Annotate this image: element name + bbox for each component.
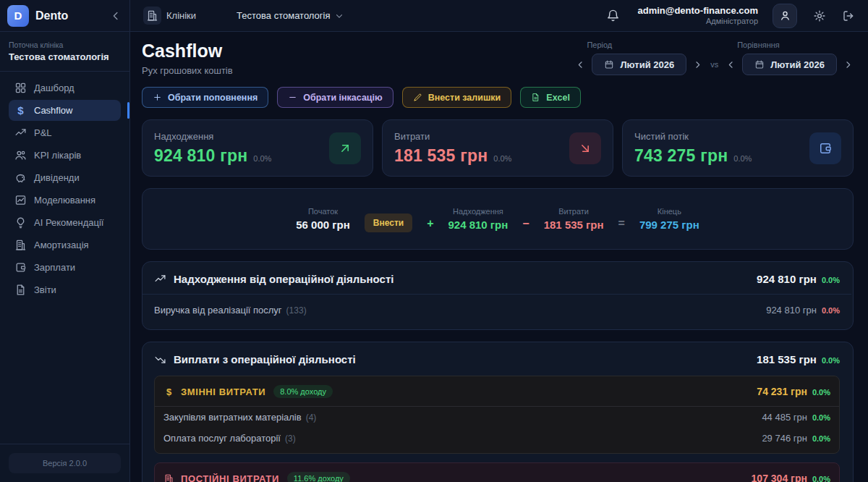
- account-value: 924 810 грн: [766, 305, 817, 316]
- sidebar-item-label: Моделювання: [34, 195, 95, 206]
- chart-icon: [14, 194, 27, 206]
- notifications-button[interactable]: [606, 9, 620, 22]
- main-content: Cashflow Рух грошових коштів Період Люти…: [130, 32, 868, 482]
- account-count: (133): [286, 305, 307, 316]
- sidebar-item-dividends[interactable]: Дивіденди: [9, 167, 121, 188]
- group-title: ЗМІННІ ВИТРАТИ: [181, 386, 265, 397]
- account-value: 44 485 грн: [762, 412, 807, 423]
- settings-button[interactable]: [813, 9, 826, 22]
- sidebar-item-label: KPI лікарів: [34, 150, 81, 161]
- stat-value: 181 535 грн: [394, 146, 488, 166]
- sidebar-item-label: Звіти: [34, 284, 56, 295]
- piggy-bank-icon: [14, 172, 27, 184]
- account-delta: 0.0%: [812, 413, 830, 422]
- lightbulb-icon: [14, 216, 27, 229]
- end-value: 799 275 грн: [639, 219, 699, 231]
- page-subtitle: Рух грошових коштів: [142, 65, 233, 76]
- sidebar-item-reports[interactable]: Звіти: [9, 279, 121, 300]
- group-total: 74 231 грн: [757, 386, 807, 397]
- stat-value: 743 275 грн: [634, 146, 728, 166]
- excel-export-button[interactable]: Excel: [520, 87, 581, 108]
- start-value: 56 000 грн: [296, 219, 350, 231]
- building-icon: [14, 239, 27, 251]
- wallet-icon: [818, 141, 833, 156]
- sidebar-item-cashflow[interactable]: $ Cashflow: [9, 100, 121, 121]
- section-header[interactable]: Виплати з операційної діяльності 181 535…: [154, 351, 840, 367]
- comparison-value: Лютий 2026: [770, 59, 825, 70]
- calendar-icon: [604, 59, 614, 69]
- comparison-next-button[interactable]: [843, 59, 854, 70]
- group-fixed-costs: ПОСТІЙНІ ВИТРАТИ 11.6% доходу 107 304 гр…: [154, 462, 840, 482]
- clinics-label: Клініки: [166, 10, 196, 21]
- sidebar-item-pnl[interactable]: P&L: [9, 122, 121, 143]
- profile-button[interactable]: [773, 4, 797, 28]
- sidebar-item-ai[interactable]: AI Рекомендації: [9, 212, 121, 233]
- group-header[interactable]: $ ЗМІННІ ВИТРАТИ 8.0% доходу 74 231 грн …: [163, 383, 830, 400]
- period-value: Лютий 2026: [620, 59, 674, 70]
- account-row[interactable]: Оплата послуг лабораторії (3) 29 746 грн…: [163, 428, 830, 449]
- enter-balances-label: Внести залишки: [428, 93, 501, 103]
- sidebar-item-kpi[interactable]: KPI лікарів: [9, 145, 121, 166]
- stats-row: Надходження 924 810 грн 0.0% Витрати 181…: [142, 119, 854, 177]
- group-header[interactable]: ПОСТІЙНІ ВИТРАТИ 11.6% доходу 107 304 гр…: [163, 470, 830, 482]
- group-title: ПОСТІЙНІ ВИТРАТИ: [181, 473, 279, 482]
- divider: [0, 444, 129, 444]
- section-header[interactable]: Надходження від операційної діяльності 9…: [154, 271, 840, 287]
- brand-bar: D Dento: [0, 0, 130, 32]
- dollar-icon: $: [14, 104, 27, 117]
- period-label: Період: [575, 41, 703, 49]
- account-count: (3): [285, 434, 296, 444]
- period-prev-button[interactable]: [575, 59, 586, 70]
- stat-card-expenses: Витрати 181 535 грн 0.0%: [382, 119, 613, 177]
- add-income-button[interactable]: Обрати поповнення: [142, 87, 268, 108]
- sidebar-item-amortization[interactable]: Амортизація: [9, 234, 121, 255]
- enter-start-balance-button[interactable]: Внести: [365, 213, 412, 232]
- enter-balances-button[interactable]: Внести залишки: [402, 87, 512, 108]
- period-next-button[interactable]: [692, 59, 703, 70]
- account-delta: 0.0%: [812, 434, 830, 443]
- account-name: Закупівля витратних матеріалів: [163, 412, 302, 423]
- period-picker-button[interactable]: Лютий 2026: [592, 54, 686, 75]
- sidebar-item-dashboard[interactable]: Дашборд: [9, 77, 121, 98]
- minus-operator: −: [522, 208, 529, 230]
- chevron-down-icon: [334, 11, 344, 21]
- comparison-prev-button[interactable]: [726, 59, 736, 70]
- section-operating-income: Надходження від операційної діяльності 9…: [142, 261, 854, 330]
- clinic-selector[interactable]: Тестова стоматологія: [237, 10, 344, 21]
- sidebar-item-label: Cashflow: [34, 105, 72, 116]
- expenses-value: 181 535 грн: [544, 219, 604, 231]
- comparison-picker-button[interactable]: Лютий 2026: [742, 54, 837, 75]
- stat-card-netflow: Чистий потік 743 275 грн 0.0%: [622, 119, 854, 177]
- account-row[interactable]: Виручка від реалізації послуг (133) 924 …: [154, 300, 840, 321]
- section-total: 181 535 грн: [757, 353, 817, 365]
- sidebar-item-label: Дашборд: [34, 83, 75, 93]
- sidebar-item-label: Дивіденди: [34, 172, 80, 183]
- page-title: Cashflow: [142, 41, 233, 62]
- plus-icon: [153, 93, 162, 102]
- sidebar-collapse-button[interactable]: [109, 9, 122, 22]
- sidebar-item-salaries[interactable]: Зарплати: [9, 257, 121, 278]
- income-icon-tile: [329, 132, 361, 164]
- calendar-icon: [754, 59, 765, 69]
- trending-up-icon: [154, 273, 166, 285]
- logout-button[interactable]: [842, 9, 855, 22]
- topbar: Клініки Тестова стоматологія admin@dento…: [130, 0, 868, 32]
- account-row[interactable]: Закупівля витратних матеріалів (4) 44 48…: [163, 407, 830, 428]
- app-name: Dento: [35, 9, 103, 22]
- add-collection-button[interactable]: Обрати інкасацію: [277, 87, 393, 108]
- app-window: D Dento Клініки Тестова стоматологія adm…: [0, 0, 868, 482]
- user-info: admin@dento-finance.com Адміністратор: [637, 5, 758, 27]
- divider: [142, 294, 851, 295]
- trending-down-icon: [154, 353, 166, 365]
- user-icon: [779, 9, 791, 22]
- dollar-icon: $: [163, 386, 174, 397]
- app-logo: D: [7, 5, 29, 27]
- clinics-label-group: Клініки: [143, 7, 196, 25]
- group-total: 107 304 грн: [752, 473, 807, 482]
- sidebar-item-modeling[interactable]: Моделювання: [9, 190, 121, 211]
- users-icon: [14, 149, 27, 161]
- section-delta: 0.0%: [822, 356, 840, 365]
- sidebar-item-label: Амортизація: [34, 240, 89, 250]
- pencil-icon: [413, 93, 422, 102]
- wallet-icon: [14, 261, 27, 274]
